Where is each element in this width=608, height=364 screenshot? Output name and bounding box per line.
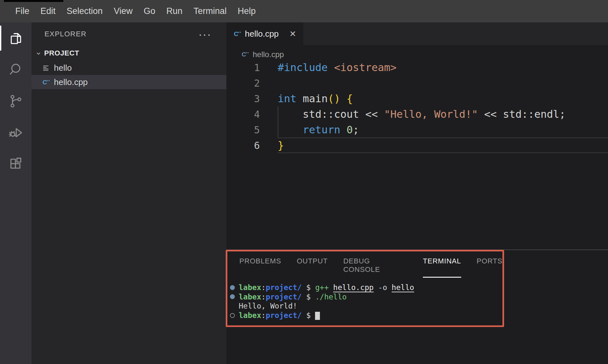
code-line: 1 #include <iostream> (226, 60, 608, 75)
cpp-file-icon: C ++ (42, 79, 50, 86)
activity-bar (0, 22, 32, 364)
menu-item-file[interactable]: File (10, 6, 35, 16)
line-number: 6 (226, 138, 260, 153)
chevron-down-icon (36, 51, 41, 56)
file-row-hello-cpp[interactable]: C ++ hello.cpp (32, 75, 226, 89)
terminal-line: labex:project/ $ ./hello (229, 292, 502, 302)
explorer-header: EXPLORER ··· (32, 22, 226, 46)
menu-bar: File Edit Selection View Go Run Terminal… (0, 0, 608, 22)
cpp-file-icon: C ++ (241, 51, 249, 58)
explorer-title: EXPLORER (44, 30, 86, 38)
code-editor[interactable]: 1 #include <iostream> 2 3 int main() { 4… (226, 60, 608, 153)
file-label: hello.cpp (54, 77, 88, 87)
tab-hello-cpp[interactable]: C ++ hello.cpp ✕ (226, 22, 303, 45)
run-debug-icon (8, 125, 23, 140)
close-icon[interactable]: ✕ (289, 29, 296, 39)
file-label: hello (54, 63, 72, 73)
extensions-icon (8, 157, 23, 172)
breadcrumb-label: hello.cpp (253, 50, 284, 59)
menu-item-run[interactable]: Run (161, 6, 188, 16)
activity-source-control-button[interactable] (0, 85, 32, 117)
terminal-cursor (315, 312, 320, 320)
menu-item-view[interactable]: View (108, 6, 138, 16)
vscode-window: File Edit Selection View Go Run Terminal… (0, 0, 608, 364)
binary-file-icon (42, 64, 50, 72)
code-line: 3 int main() { (226, 91, 608, 106)
terminal-prompt-line: labex:project/ $ (229, 311, 502, 320)
search-icon (8, 62, 23, 77)
panel-tab-bar: PROBLEMS OUTPUT DEBUG CONSOLE TERMINAL P… (239, 257, 502, 274)
command-pending-icon (230, 313, 235, 318)
project-folder-row[interactable]: PROJECT (32, 46, 226, 61)
editor-tab-bar: C ++ hello.cpp ✕ (226, 22, 608, 45)
cpp-file-icon: C ++ (234, 30, 241, 38)
explorer-actions-button[interactable]: ··· (198, 31, 211, 37)
file-row-hello[interactable]: hello (32, 61, 226, 75)
menu-item-selection[interactable]: Selection (61, 6, 108, 16)
code-line-current: 6 } (226, 138, 608, 153)
menu-item-help[interactable]: Help (232, 6, 261, 16)
activity-search-button[interactable] (0, 54, 32, 85)
command-success-icon (230, 294, 235, 299)
line-number: 1 (226, 60, 260, 75)
activity-explorer-button[interactable] (0, 22, 32, 54)
command-success-icon (230, 285, 235, 290)
indent-guide (278, 106, 278, 138)
svg-text:++: ++ (238, 31, 241, 34)
terminal-line: labex:project/ $ g++ hello.cpp -o hello (229, 283, 502, 292)
tab-title: hello.cpp (245, 29, 279, 39)
files-icon (8, 31, 23, 46)
code-line: 4 std::cout << "Hello, World!" << std::e… (226, 106, 608, 122)
terminal[interactable]: labex:project/ $ g++ hello.cpp -o hello … (229, 283, 502, 320)
screenshot-edge-artifact (4, 0, 63, 2)
tab-ports[interactable]: PORTS (477, 257, 502, 274)
project-folder-label: PROJECT (44, 49, 79, 57)
svg-text:++: ++ (46, 79, 50, 82)
tab-terminal[interactable]: TERMINAL (423, 257, 461, 274)
menu-item-terminal[interactable]: Terminal (188, 6, 232, 16)
tab-debug-console[interactable]: DEBUG CONSOLE (343, 257, 407, 274)
source-control-icon (8, 94, 23, 109)
line-number: 3 (226, 91, 260, 106)
activity-run-debug-button[interactable] (0, 117, 32, 148)
line-number: 4 (226, 106, 260, 122)
line-number: 2 (226, 75, 260, 91)
terminal-output-line: Hello, World! (229, 301, 502, 311)
menu-item-go[interactable]: Go (138, 6, 161, 16)
tab-output[interactable]: OUTPUT (297, 257, 328, 274)
explorer-sidebar: EXPLORER ··· PROJECT hello C ++ hello.cp… (32, 22, 226, 364)
code-line: 2 (226, 75, 608, 91)
svg-text:++: ++ (246, 51, 249, 55)
activity-extensions-button[interactable] (0, 148, 32, 180)
line-number: 5 (226, 122, 260, 138)
menu-item-edit[interactable]: Edit (35, 6, 61, 16)
tab-problems[interactable]: PROBLEMS (239, 257, 281, 274)
code-line: 5 return 0; (226, 122, 608, 138)
highlight-border: PROBLEMS OUTPUT DEBUG CONSOLE TERMINAL P… (226, 250, 504, 327)
